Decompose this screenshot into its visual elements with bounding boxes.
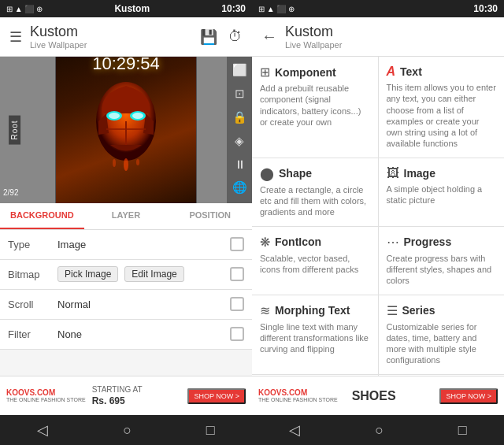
svg-point-9 [136,159,139,165]
component-card-fonticon[interactable]: ❋ FontIcon Scalable, vector based, icons… [252,227,378,295]
monitor-icon[interactable]: ⬜ [232,63,247,77]
shop-now-button-left[interactable]: SHOP NOW > [187,388,246,404]
type-checkbox[interactable] [230,237,244,251]
back-icon[interactable]: ← [261,28,277,46]
status-left-icons: ⊞ ▲ ⬛ ⊕ [6,5,43,13]
text-title: Text [400,65,422,78]
left-panel: ⊞ ▲ ⬛ ⊕ Kustom 10:30 ☰ Kustom Live Wallp… [0,0,252,445]
bitmap-checkbox[interactable] [230,267,244,281]
clock-display: 10:29:54 [92,57,160,74]
text-icon: A [387,65,396,79]
property-tabs: BACKGROUND LAYER POSITION [0,203,252,230]
time-display-right: 10:30 [473,3,498,14]
left-banner-logo: KOOVS.COM THE ONLINE FASHION STORE [6,389,86,402]
shape-icon: ⬤ [260,166,274,181]
filter-checkbox[interactable] [230,327,244,341]
status-bar-left: ⊞ ▲ ⬛ ⊕ Kustom 10:30 [0,0,252,17]
wallpaper-preview[interactable]: 10:29:54 [55,57,197,203]
iron-mask-image [87,78,165,172]
progress-desc: Create progress bars with different styl… [387,253,497,287]
properties-list: Type Image Bitmap Pick Image Edit Image … [0,230,252,376]
layers-icon[interactable]: ◈ [235,134,244,148]
save-icon[interactable]: 💾 [200,28,217,46]
toolbar-right-section: 💾 ⏱ [200,28,243,46]
fonticon-title: FontIcon [275,235,321,248]
shop-now-button-right[interactable]: SHOP NOW > [439,388,498,404]
bitmap-label: Bitmap [8,269,51,280]
progress-title: Progress [404,235,452,248]
right-banner-ad: KOOVS.COM THE ONLINE FASHION STORE SHOES… [252,376,504,415]
card-header-text: A Text [387,65,497,79]
nav-bar-right: ◁ ○ □ [252,415,504,445]
prop-scroll: Scroll Normal [0,290,252,320]
shape-desc: Create a rectangle, a circle etc and fil… [260,184,370,218]
component-card-text[interactable]: A Text This item allows you to enter any… [379,57,505,158]
back-nav-icon-right[interactable]: ◁ [289,421,300,439]
pause-icon[interactable]: ⏸ [234,158,246,171]
series-title: Series [402,304,435,317]
offer-label-left: STARTING AT [92,385,143,394]
store-name-left: KOOVS.COM [6,389,86,397]
text-desc: This item allows you to enter any text, … [387,82,497,150]
card-header-shape: ⬤ Shape [260,166,370,181]
fonticon-icon: ❋ [260,235,270,250]
prop-filter: Filter None [0,320,252,350]
pick-image-button[interactable]: Pick Image [57,266,118,282]
card-header-progress: ⋯ Progress [387,235,497,250]
component-card-series[interactable]: ☰ Series Customizable series for dates, … [379,295,505,374]
notification-icons: ⊞ ▲ ⬛ ⊕ [6,5,43,13]
time-display-left: 10:30 [221,3,246,14]
component-card-image[interactable]: 🖼 Image A simple object holding a static… [379,158,505,226]
component-card-komponent[interactable]: ⊞ Komponent Add a prebuilt reusable comp… [252,57,378,158]
edit-image-button[interactable]: Edit Image [124,266,183,282]
app-title-right: Kustom [285,24,342,40]
component-card-progress[interactable]: ⋯ Progress Create progress bars with dif… [379,227,505,295]
side-controls: ⬜ ⊡ 🔒 ◈ ⏸ 🌐 [227,57,252,203]
prop-type: Type Image [0,230,252,260]
tab-position[interactable]: POSITION [168,203,252,229]
left-toolbar: ☰ Kustom Live Wallpaper 💾 ⏱ [0,17,252,57]
tab-background[interactable]: BACKGROUND [0,203,84,229]
svg-point-4 [132,113,143,119]
globe-icon[interactable]: 🌐 [232,180,247,195]
component-grid: ⊞ Komponent Add a prebuilt reusable comp… [252,57,504,376]
component-card-shape[interactable]: ⬤ Shape Create a rectangle, a circle etc… [252,158,378,226]
offer-price-left: Rs. 695 [92,395,143,406]
status-right-icons: ⊞ ▲ ⬛ ⊕ [258,5,295,13]
app-subtitle-left: Live Wallpaper [30,40,87,50]
left-banner-ad: KOOVS.COM THE ONLINE FASHION STORE START… [0,376,252,415]
series-icon: ☰ [387,303,398,318]
time-left: Kustom [114,3,150,14]
prop-bitmap: Bitmap Pick Image Edit Image [0,260,252,290]
svg-point-7 [124,158,128,171]
tab-layer[interactable]: LAYER [84,203,169,229]
layer-count: 2/92 [3,188,18,197]
status-bar-right: ⊞ ▲ ⬛ ⊕ 10:30 [252,0,504,17]
fonticon-desc: Scalable, vector based, icons from diffe… [260,253,370,276]
hamburger-icon[interactable]: ☰ [9,28,22,46]
scroll-label: Scroll [8,299,51,310]
nav-bar-left: ◁ ○ □ [0,415,252,445]
notification-icons-right: ⊞ ▲ ⬛ ⊕ [258,5,295,13]
card-header-image: 🖼 Image [387,166,497,180]
frame-icon[interactable]: ⊡ [235,87,245,101]
card-header-fonticon: ❋ FontIcon [260,235,370,250]
home-nav-icon-left[interactable]: ○ [123,422,132,439]
history-icon[interactable]: ⏱ [228,28,243,45]
lock-icon[interactable]: 🔒 [232,110,247,124]
component-card-morphingtext[interactable]: ≋ Morphing Text Single line text with ma… [252,295,378,374]
recents-nav-icon-left[interactable]: □ [206,422,215,439]
store-tagline-right: THE ONLINE FASHION STORE [258,397,338,402]
filter-value: None [57,328,224,340]
home-nav-icon-right[interactable]: ○ [375,422,384,439]
recents-nav-icon-right[interactable]: □ [458,422,467,439]
right-banner-logo: KOOVS.COM THE ONLINE FASHION STORE [258,389,338,402]
app-subtitle-right: Live Wallpaper [285,40,342,50]
app-title-left: Kustom [30,24,87,40]
back-nav-icon-left[interactable]: ◁ [37,421,48,439]
morphingtext-desc: Single line text with many different tra… [260,321,370,355]
app-title-block: Kustom Live Wallpaper [30,24,87,50]
scroll-checkbox[interactable] [230,297,244,311]
shape-title: Shape [279,167,312,180]
card-header-komponent: ⊞ Komponent [260,65,370,80]
